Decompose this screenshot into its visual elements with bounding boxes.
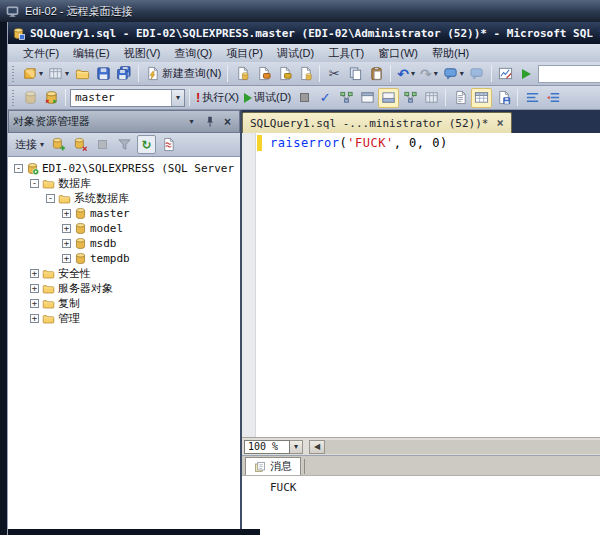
change-connection-button[interactable] — [41, 88, 61, 108]
results-to-file-button[interactable] — [493, 88, 513, 108]
database-icon — [74, 222, 87, 235]
menu-item-tools[interactable]: 工具(T) — [321, 44, 371, 62]
query-options-button[interactable] — [357, 88, 377, 108]
activity-chart-button[interactable] — [496, 64, 516, 84]
zoom-level-value[interactable]: 100 % — [244, 440, 290, 454]
tree-item-server-objects[interactable]: + 服务器对象 — [8, 281, 240, 296]
toolbar-grip[interactable] — [12, 66, 17, 82]
script-button[interactable] — [159, 135, 178, 154]
folder-icon — [42, 267, 55, 280]
activity-monitor-button[interactable]: ▾ — [46, 64, 71, 84]
expand-icon[interactable]: + — [62, 239, 71, 248]
tree-item-databases[interactable]: - 数据库 — [8, 176, 240, 191]
tree-item-master[interactable]: + master — [8, 206, 240, 221]
collapse-icon[interactable]: - — [14, 164, 23, 173]
results-to-grid-button[interactable] — [471, 88, 492, 108]
menu-item-project[interactable]: 项目(P) — [219, 44, 270, 62]
tree-item-server[interactable]: - EDI-02\SQLEXPRESS (SQL Server 11.0. — [8, 161, 240, 176]
expand-icon[interactable]: + — [30, 284, 39, 293]
debug-button[interactable]: 调试(D) — [242, 88, 293, 108]
results-to-text-button[interactable] — [450, 88, 470, 108]
cut-button[interactable]: ✂ — [324, 64, 344, 84]
tree-item-tempdb[interactable]: + tempdb — [8, 251, 240, 266]
undo-button[interactable]: ↶ ▾ — [395, 64, 417, 84]
refresh-button[interactable]: ↻ — [137, 135, 156, 154]
indent-lines-button[interactable] — [543, 88, 563, 108]
toolbar-grip[interactable] — [12, 90, 17, 106]
include-client-statistics-button[interactable] — [421, 88, 441, 108]
rdp-titlebar[interactable]: Edi-02 - 远程桌面连接 — [0, 0, 600, 22]
collapse-icon[interactable]: - — [46, 194, 55, 203]
window-position-menu-button[interactable]: ▾ — [184, 114, 199, 129]
sql-editor[interactable]: raiserror('FUCK', 0, 0) — [242, 133, 600, 437]
navigate-backward-button[interactable]: ▾ — [441, 64, 466, 84]
tree-item-replication[interactable]: + 复制 — [8, 296, 240, 311]
editor-code-line[interactable]: raiserror('FUCK', 0, 0) — [270, 136, 448, 150]
menu-item-view[interactable]: 视图(V) — [117, 44, 168, 62]
expand-icon[interactable]: + — [30, 269, 39, 278]
toolbar-combobox-empty[interactable] — [538, 65, 600, 83]
connect-query-button[interactable] — [20, 88, 40, 108]
navigate-forward-button[interactable] — [467, 64, 487, 84]
query-tab-active[interactable]: SQLQuery1.sql -...ministrator (52))* × — [242, 112, 512, 133]
tree-item-model[interactable]: + model — [8, 221, 240, 236]
tree-item-system-databases[interactable]: - 系统数据库 — [8, 191, 240, 206]
tree-item-management[interactable]: + 管理 — [8, 311, 240, 326]
close-panel-button[interactable]: × — [220, 114, 235, 129]
filter-button[interactable] — [115, 135, 134, 154]
results-to-file-icon — [496, 90, 511, 105]
database-engine-query-button[interactable] — [232, 64, 252, 84]
expand-icon[interactable]: + — [30, 314, 39, 323]
database-combo-value: master — [71, 91, 171, 104]
xmla-query-button[interactable] — [295, 64, 315, 84]
dmx-query-button[interactable] — [274, 64, 294, 84]
horizontal-scroll-left-button[interactable]: ◀ — [309, 440, 325, 454]
expand-icon[interactable]: + — [62, 209, 71, 218]
open-file-button[interactable] — [72, 64, 92, 84]
messages-tab[interactable]: 消息 — [245, 457, 301, 475]
menu-item-window[interactable]: 窗口(W) — [371, 44, 425, 62]
expand-icon[interactable]: + — [30, 299, 39, 308]
messages-output[interactable]: FUCK — [242, 476, 600, 535]
tree-item-msdb[interactable]: + msdb — [8, 236, 240, 251]
close-tab-icon[interactable]: × — [496, 117, 503, 129]
ssms-titlebar[interactable]: SQLQuery1.sql - EDI-02\SQLEXPRESS.master… — [8, 22, 600, 44]
parse-button[interactable]: ✓ — [315, 88, 335, 108]
menu-item-query[interactable]: 查询(Q) — [167, 44, 219, 62]
copy-button[interactable] — [345, 64, 365, 84]
expand-icon[interactable]: + — [62, 224, 71, 233]
include-actual-plan-button[interactable] — [400, 88, 420, 108]
disconnect-object-explorer-button[interactable] — [71, 135, 90, 154]
new-connection-button[interactable]: ▾ — [20, 64, 45, 84]
menu-item-edit[interactable]: 编辑(E) — [66, 44, 117, 62]
menu-item-debug[interactable]: 调试(D) — [270, 44, 321, 62]
play-icon — [522, 69, 531, 79]
new-query-button[interactable]: 新建查询(N) — [143, 64, 223, 84]
display-estimated-plan-button[interactable] — [336, 88, 356, 108]
save-button[interactable] — [93, 64, 113, 84]
menu-item-help[interactable]: 帮助(H) — [425, 44, 476, 62]
available-databases-combo[interactable]: master ▾ — [70, 89, 185, 107]
expand-icon[interactable]: + — [62, 254, 71, 263]
collapse-icon[interactable]: - — [30, 179, 39, 188]
mdx-query-button[interactable] — [253, 64, 273, 84]
tree-item-security[interactable]: + 安全性 — [8, 266, 240, 281]
connect-dropdown-button[interactable]: 连接 ▾ — [13, 137, 46, 152]
stop-button-disabled[interactable] — [93, 135, 112, 154]
execute-button[interactable]: ! 执行(X) — [194, 88, 241, 108]
paste-button[interactable] — [366, 64, 386, 84]
results-pane-toggle-button[interactable] — [378, 88, 399, 108]
comment-lines-button[interactable] — [522, 88, 542, 108]
save-all-button[interactable] — [114, 64, 134, 84]
database-combo-dropdown[interactable]: ▾ — [171, 90, 184, 106]
object-explorer-header[interactable]: 对象资源管理器 ▾ × — [8, 110, 240, 133]
connect-object-explorer-button[interactable] — [49, 135, 68, 154]
horizontal-scrollbar-track[interactable] — [325, 440, 600, 454]
redo-button[interactable]: ↷ ▾ — [418, 64, 440, 84]
start-debug-button[interactable] — [517, 64, 537, 84]
menu-item-file[interactable]: 文件(F) — [16, 44, 66, 62]
estimated-plan-icon — [339, 90, 354, 105]
zoom-level-dropdown[interactable]: ▾ — [290, 440, 303, 454]
cancel-query-button[interactable] — [294, 88, 314, 108]
auto-hide-pin-button[interactable] — [202, 114, 217, 129]
